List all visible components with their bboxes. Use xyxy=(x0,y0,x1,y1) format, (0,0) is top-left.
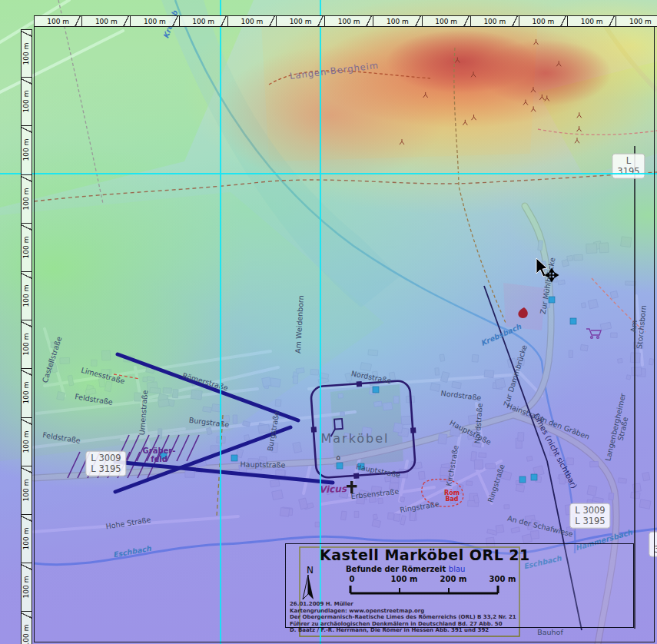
ruler-segment: 100 m xyxy=(616,15,657,27)
legend-title: Kastell Marköbel ORL 21 xyxy=(320,546,530,563)
ruler-segment: 100 m xyxy=(471,15,519,27)
ruler-segment: 100 m xyxy=(82,15,131,27)
ruler-segment: 100 m xyxy=(277,15,325,27)
ruler-segment: 100 m xyxy=(21,418,32,466)
legend-panel: Kastell Marköbel ORL 21 N Befunde der Rö… xyxy=(285,543,634,628)
church-icon xyxy=(347,481,357,493)
scale-bar-labels: 0100 m200 m300 m xyxy=(286,575,633,584)
ruler-segment: 100 m xyxy=(34,15,82,27)
road-ref-label: L 3195 xyxy=(649,532,657,557)
legend-subtitle: Befunde der Römerzeit blau xyxy=(346,565,465,573)
scale-bar xyxy=(347,584,578,596)
map-canvas[interactable]: Langen-BergheimMarköbelVicusRöm BadGräbe… xyxy=(0,0,657,644)
ruler-top: 100 m100 m100 m100 m100 m100 m100 m100 m… xyxy=(34,15,657,27)
ruler-segment: 100 m xyxy=(131,15,179,27)
ruler-segment: 100 m xyxy=(21,320,32,369)
road-ref-label: L 3195 xyxy=(612,154,645,179)
ruler-segment: 100 m xyxy=(21,29,32,78)
ruler-segment: 100 m xyxy=(325,15,373,27)
limes-reconstruction-lines xyxy=(115,354,333,492)
ruler-left: 100 m100 m100 m100 m100 m100 m100 m100 m… xyxy=(21,29,32,644)
ruler-segment: 100 m xyxy=(21,563,32,612)
shopping-cart-icon xyxy=(586,329,601,338)
legend-credits: 26.01.2009 H. MüllerKartengrundlagen: ww… xyxy=(290,601,516,634)
ruler-segment: 100 m xyxy=(21,175,32,224)
ruler-segment: 100 m xyxy=(21,515,32,563)
ruler-segment: 100 m xyxy=(519,15,568,27)
ruler-segment: 100 m xyxy=(21,369,32,417)
fire-station-icon xyxy=(518,307,527,318)
ruler-segment: 100 m xyxy=(568,15,616,27)
road-ref-label: L 3009 L 3195 xyxy=(85,451,126,476)
ruler-segment: 100 m xyxy=(21,78,32,126)
ruler-segment: 100 m xyxy=(21,612,32,644)
find-markers xyxy=(161,297,576,483)
road-ref-label: L 3009 L 3195 xyxy=(569,503,610,529)
ruler-segment: 100 m xyxy=(228,15,277,27)
ruler-segment: 100 m xyxy=(21,272,32,320)
ruler-segment: 100 m xyxy=(21,126,32,174)
ruler-segment: 100 m xyxy=(21,224,32,272)
ruler-segment: 100 m xyxy=(21,466,32,515)
ruler-segment: 100 m xyxy=(180,15,228,27)
ruler-segment: 100 m xyxy=(423,15,471,27)
ruler-segment: 100 m xyxy=(373,15,422,27)
